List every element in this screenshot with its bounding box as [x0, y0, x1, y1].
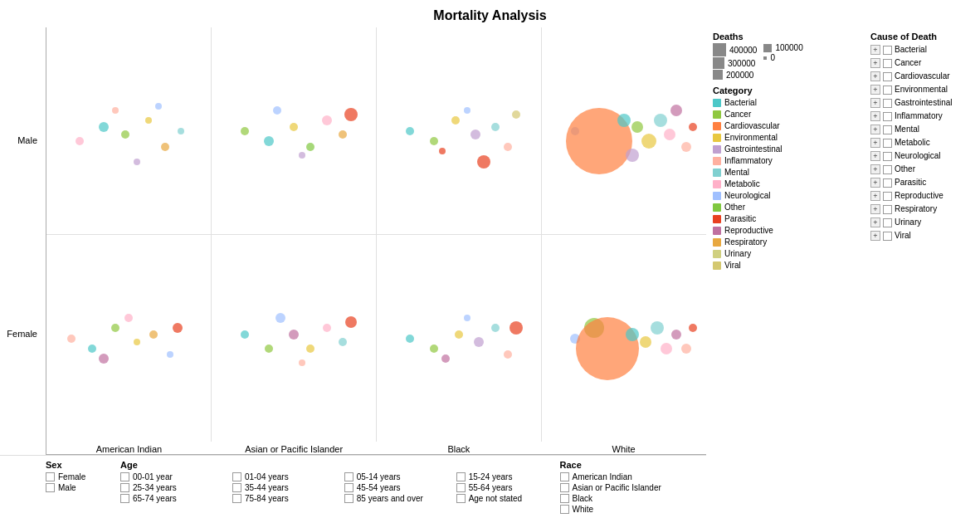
cause-item[interactable]: +Metabolic — [870, 136, 973, 149]
filter-checkbox-age[interactable] — [456, 483, 466, 492]
data-dot[interactable] — [265, 345, 273, 353]
filter-item-age[interactable]: 75-84 years — [232, 494, 336, 503]
filter-item-age[interactable]: 15-24 years — [456, 472, 560, 481]
data-dot[interactable] — [275, 313, 285, 323]
filter-item-race[interactable]: American Indian — [560, 472, 707, 481]
data-dot[interactable] — [631, 121, 643, 133]
cause-item[interactable]: +Gastrointestinal — [870, 96, 973, 110]
data-dot[interactable] — [617, 114, 631, 127]
expand-icon[interactable]: + — [870, 151, 880, 161]
data-dot[interactable] — [504, 350, 512, 359]
data-dot[interactable] — [167, 351, 173, 358]
data-dot[interactable] — [306, 345, 314, 353]
data-dot[interactable] — [99, 122, 109, 132]
cause-item[interactable]: +Environmental — [870, 83, 973, 96]
expand-icon[interactable]: + — [870, 178, 880, 188]
data-dot[interactable] — [640, 336, 651, 348]
expand-icon[interactable]: + — [870, 98, 880, 108]
cause-checkbox[interactable] — [883, 86, 892, 95]
filter-checkbox-age[interactable] — [232, 483, 241, 492]
data-dot[interactable] — [661, 343, 672, 354]
cause-item[interactable]: +Parasitic — [870, 176, 973, 189]
data-dot[interactable] — [491, 123, 500, 131]
data-dot[interactable] — [273, 106, 281, 115]
data-dot[interactable] — [299, 359, 305, 366]
filter-item-race[interactable]: White — [560, 505, 707, 514]
data-dot[interactable] — [289, 330, 299, 340]
filter-item-age[interactable]: 65-74 years — [120, 494, 224, 503]
cause-item[interactable]: +Urinary — [870, 216, 973, 229]
expand-icon[interactable]: + — [870, 164, 880, 174]
filter-checkbox-race[interactable] — [560, 472, 569, 481]
filter-checkbox-age[interactable] — [344, 494, 353, 503]
data-dot[interactable] — [99, 354, 109, 364]
filter-item-age[interactable]: 25-34 years — [120, 483, 224, 492]
cause-item[interactable]: +Neurological — [870, 149, 973, 163]
expand-icon[interactable]: + — [870, 191, 880, 201]
filter-item-male[interactable]: Male — [46, 483, 120, 492]
cause-checkbox[interactable] — [883, 59, 892, 68]
data-dot[interactable] — [149, 330, 158, 339]
filter-checkbox-age[interactable] — [232, 494, 241, 503]
filter-checkbox-age[interactable] — [456, 472, 466, 481]
data-dot[interactable] — [67, 335, 76, 343]
filter-item-age[interactable]: 55-64 years — [456, 483, 560, 492]
data-dot[interactable] — [241, 127, 249, 135]
expand-icon[interactable]: + — [870, 111, 880, 121]
cause-checkbox[interactable] — [883, 218, 892, 227]
data-dot[interactable] — [344, 108, 358, 121]
cause-checkbox[interactable] — [883, 139, 892, 148]
filter-checkbox-age[interactable] — [120, 472, 129, 481]
data-dot[interactable] — [681, 344, 691, 354]
data-dot[interactable] — [681, 142, 691, 152]
data-dot[interactable] — [121, 130, 129, 139]
data-dot[interactable] — [134, 159, 140, 165]
data-dot[interactable] — [689, 324, 697, 332]
filter-item-age[interactable]: 05-14 years — [344, 472, 448, 481]
data-dot[interactable] — [134, 339, 140, 345]
cause-checkbox[interactable] — [883, 192, 892, 201]
filter-checkbox-age[interactable] — [232, 472, 241, 481]
filter-item-age[interactable]: 01-04 years — [232, 472, 336, 481]
filter-item-age[interactable]: Age not stated — [456, 494, 560, 503]
expand-icon[interactable]: + — [870, 45, 880, 55]
expand-icon[interactable]: + — [870, 217, 880, 227]
cause-item[interactable]: +Cardiovascular — [870, 70, 973, 83]
data-dot[interactable] — [664, 129, 675, 140]
data-dot[interactable] — [88, 345, 96, 353]
data-dot[interactable] — [689, 123, 697, 131]
data-dot[interactable] — [299, 152, 305, 159]
data-dot[interactable] — [339, 130, 347, 139]
data-dot[interactable] — [111, 324, 119, 332]
data-dot[interactable] — [173, 323, 183, 333]
data-dot[interactable] — [290, 123, 298, 131]
data-dot[interactable] — [641, 134, 656, 149]
data-dot[interactable] — [504, 143, 512, 151]
expand-icon[interactable]: + — [870, 71, 880, 81]
data-dot[interactable] — [474, 337, 484, 347]
cause-checkbox[interactable] — [883, 46, 892, 55]
data-dot[interactable] — [306, 143, 314, 151]
data-dot[interactable] — [161, 143, 169, 151]
cause-checkbox[interactable] — [883, 112, 892, 121]
cause-checkbox[interactable] — [883, 178, 892, 188]
data-dot[interactable] — [241, 330, 249, 339]
data-dot[interactable] — [323, 324, 331, 332]
data-dot[interactable] — [76, 137, 84, 145]
expand-icon[interactable]: + — [870, 85, 880, 95]
data-dot[interactable] — [470, 130, 480, 139]
data-dot[interactable] — [670, 105, 682, 116]
filter-checkbox-age[interactable] — [120, 494, 129, 503]
expand-icon[interactable]: + — [870, 204, 880, 214]
data-dot[interactable] — [178, 128, 184, 134]
data-dot[interactable] — [112, 107, 119, 114]
cause-item[interactable]: +Mental — [870, 123, 973, 136]
data-dot[interactable] — [345, 316, 357, 328]
cause-checkbox[interactable] — [883, 72, 892, 81]
filter-checkbox-race[interactable] — [560, 494, 569, 503]
data-dot[interactable] — [651, 321, 664, 335]
cause-checkbox[interactable] — [883, 152, 892, 161]
data-dot[interactable] — [322, 115, 332, 125]
cause-item[interactable]: +Other — [870, 163, 973, 176]
filter-item-age[interactable]: 45-54 years — [344, 483, 448, 492]
